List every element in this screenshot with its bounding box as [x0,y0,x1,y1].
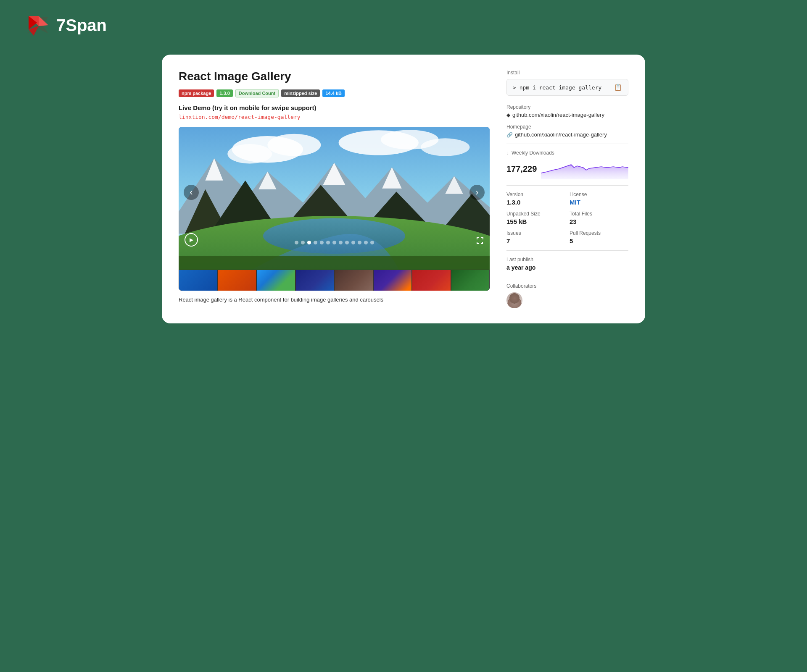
header: 7Span [0,0,807,50]
license-value: MIT [570,199,628,206]
thumbnail-6[interactable] [373,270,412,291]
play-button[interactable]: ▶ [185,233,198,247]
homepage-icon: 🔗 [506,132,513,138]
last-publish-value: a year ago [506,264,628,271]
install-label: Install [506,70,628,76]
last-publish-label: Last publish [506,257,628,262]
pull-requests-value: 5 [570,237,628,244]
dot-12[interactable] [364,241,368,244]
repository-value: github.com/xiaolin/react-image-gallery [512,112,604,118]
gallery-main-image: ‹ › ▶ [179,127,490,270]
repository-icon: ◆ [506,112,510,118]
logo-container: 7Span [25,13,107,38]
gallery-next-button[interactable]: › [469,185,485,200]
live-demo-link[interactable]: linxtion.com/demo/react-image-gallery [179,114,490,120]
dot-7[interactable] [332,241,336,244]
weekly-downloads-section: ↓ Weekly Downloads 177,229 [506,150,628,179]
badge-minzipped-label: minzipped size [281,89,320,97]
svg-point-8 [227,144,272,164]
homepage-link[interactable]: 🔗 github.com/xiaolin/react-image-gallery [506,131,628,138]
thumbnail-1[interactable] [179,270,218,291]
issues-label: Issues [506,230,565,236]
pull-requests-cell: Pull Requests 5 [570,230,628,244]
divider-4 [506,277,628,277]
dot-6[interactable] [326,241,330,244]
dot-10[interactable] [351,241,355,244]
mountain-scene-svg [179,127,490,270]
badge-npm-label: npm package [179,89,214,97]
version-value: 1.3.0 [506,199,565,206]
dot-9[interactable] [345,241,349,244]
license-label: License [570,192,628,197]
badge-size-value: 14.4 kB [322,89,345,97]
version-cell: Version 1.3.0 [506,192,565,206]
thumbnail-4[interactable] [295,270,335,291]
license-cell: License MIT [570,192,628,206]
left-section: React Image Gallery npm package 1.3.0 Do… [179,70,490,308]
thumbnail-7[interactable] [412,270,451,291]
weekly-downloads-value: 177,229 [506,164,537,174]
dot-11[interactable] [358,241,361,244]
fullscreen-button[interactable] [476,237,484,247]
issues-value: 7 [506,237,565,244]
gallery-container: ‹ › ▶ [179,127,490,291]
svg-point-7 [267,134,321,156]
logo-icon [25,13,50,38]
unpacked-size-value: 155 kB [506,218,565,225]
install-command: > npm i react-image-gallery [513,84,601,91]
gallery-dots [179,241,490,244]
mini-chart [541,158,628,179]
total-files-cell: Total Files 23 [570,211,628,225]
live-demo-title: Live Demo (try it on mobile for swipe su… [179,104,490,111]
repository-label: Repository [506,104,628,110]
copy-icon[interactable]: 📋 [614,84,622,91]
issues-cell: Issues 7 [506,230,565,244]
dot-8[interactable] [339,241,343,244]
dot-1[interactable] [295,241,298,244]
repository-link[interactable]: ◆ github.com/xiaolin/react-image-gallery [506,112,628,118]
description: React image gallery is a React component… [179,296,490,304]
logo-text: 7Span [56,16,107,35]
divider-3 [506,250,628,251]
unpacked-size-label: Unpacked Size [506,211,565,217]
dot-5[interactable] [320,241,324,244]
dot-13[interactable] [370,241,374,244]
gallery-prev-button[interactable]: ‹ [184,185,199,200]
thumbnail-5[interactable] [334,270,373,291]
avatar[interactable] [506,292,522,308]
dot-2[interactable] [301,241,305,244]
page-title: React Image Gallery [179,70,490,83]
dot-3[interactable] [307,241,311,244]
thumbnail-2[interactable] [218,270,257,291]
main-card: React Image Gallery npm package 1.3.0 Do… [162,55,645,323]
dot-4[interactable] [314,241,317,244]
install-box: > npm i react-image-gallery 📋 [506,79,628,96]
weekly-downloads-label: Weekly Downloads [512,150,554,156]
badges-row: npm package 1.3.0 Download Count minzipp… [179,89,490,97]
divider-2 [506,185,628,186]
pull-requests-label: Pull Requests [570,230,628,236]
info-grid: Version 1.3.0 License MIT Unpacked Size … [506,192,628,244]
badge-version: 1.3.0 [216,89,232,97]
collaborators-label: Collaborators [506,283,628,289]
homepage-label: Homepage [506,124,628,130]
download-arrow-icon: ↓ [506,150,509,156]
thumbnail-8[interactable] [451,270,490,291]
thumbnail-3[interactable] [256,270,295,291]
svg-point-11 [421,138,469,156]
right-section: Install > npm i react-image-gallery 📋 Re… [506,70,628,308]
divider-1 [506,144,628,144]
svg-rect-25 [179,256,490,270]
thumbnail-strip [179,270,490,291]
total-files-label: Total Files [570,211,628,217]
version-label: Version [506,192,565,197]
weekly-downloads-header: ↓ Weekly Downloads [506,150,628,156]
homepage-value: github.com/xiaolin/react-image-gallery [515,131,607,138]
downloads-row: 177,229 [506,158,628,179]
total-files-value: 23 [570,218,628,225]
unpacked-size-cell: Unpacked Size 155 kB [506,211,565,225]
badge-download-count[interactable]: Download Count [235,89,279,97]
